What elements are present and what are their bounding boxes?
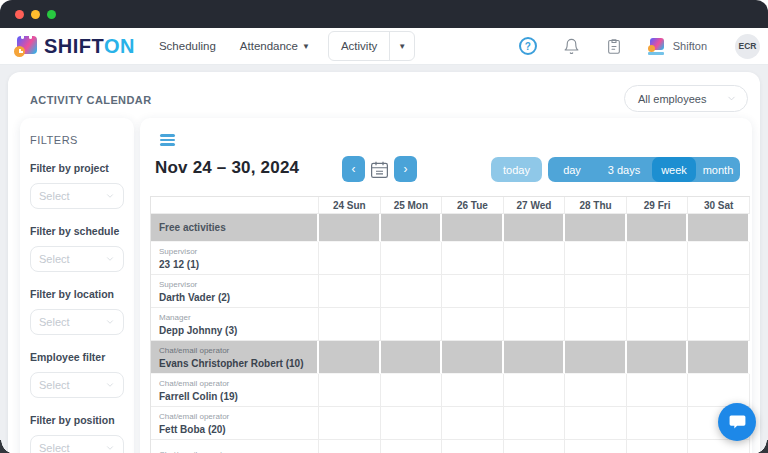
view-day-button[interactable]: day <box>548 157 596 182</box>
schedule-cell-r7-d7[interactable] <box>688 440 750 453</box>
chevron-down-icon: ▼ <box>398 42 406 51</box>
schedule-cell-r3-d6[interactable] <box>627 308 689 341</box>
view-3days-button[interactable]: 3 days <box>596 157 652 182</box>
menu-icon[interactable] <box>160 134 175 148</box>
schedule-cell-r4-d4[interactable] <box>504 341 566 374</box>
chat-widget-button[interactable] <box>718 403 756 441</box>
next-week-button[interactable]: › <box>394 156 417 182</box>
schedule-cell-r4-d7[interactable] <box>688 341 750 374</box>
schedule-cell-r7-d2[interactable] <box>381 440 443 453</box>
schedule-cell-r2-d2[interactable] <box>381 275 443 308</box>
schedule-filter-select[interactable]: Select <box>30 246 124 272</box>
day-header-7[interactable]: 30 Sat <box>688 197 750 214</box>
schedule-cell-r3-d5[interactable] <box>565 308 627 341</box>
employee-row-label[interactable]: ManagerDepp Johnny (3) <box>151 308 319 341</box>
schedule-cell-r5-d4[interactable] <box>504 374 566 407</box>
tasks-icon[interactable] <box>606 38 622 55</box>
schedule-cell-r1-d6[interactable] <box>627 242 689 275</box>
schedule-cell-r1-d3[interactable] <box>442 242 504 275</box>
schedule-cell-r2-d6[interactable] <box>627 275 689 308</box>
schedule-cell-r1-d7[interactable] <box>688 242 750 275</box>
day-header-1[interactable]: 24 Sun <box>319 197 381 214</box>
nav-item-attendance[interactable]: Attendance ▼ <box>240 40 310 52</box>
view-month-button[interactable]: month <box>696 157 740 182</box>
schedule-cell-r3-d7[interactable] <box>688 308 750 341</box>
shifton-logo[interactable]: SHIFTON <box>14 35 135 58</box>
schedule-cell-r4-d5[interactable] <box>565 341 627 374</box>
schedule-cell-r7-d1[interactable] <box>319 440 381 453</box>
schedule-cell-r5-d2[interactable] <box>381 374 443 407</box>
free-activities-cell-6[interactable] <box>627 214 689 242</box>
schedule-cell-r2-d7[interactable] <box>688 275 750 308</box>
schedule-cell-r5-d1[interactable] <box>319 374 381 407</box>
schedule-cell-r6-d5[interactable] <box>565 407 627 440</box>
schedule-cell-r2-d3[interactable] <box>442 275 504 308</box>
schedule-cell-r1-d5[interactable] <box>565 242 627 275</box>
schedule-cell-r6-d6[interactable] <box>627 407 689 440</box>
schedule-cell-r2-d5[interactable] <box>565 275 627 308</box>
free-activities-cell-5[interactable] <box>565 214 627 242</box>
schedule-cell-r5-d6[interactable] <box>627 374 689 407</box>
view-week-button[interactable]: week <box>652 157 696 182</box>
bell-icon[interactable] <box>563 38 580 55</box>
schedule-cell-r5-d5[interactable] <box>565 374 627 407</box>
free-activities-cell-2[interactable] <box>381 214 443 242</box>
schedule-cell-r2-d4[interactable] <box>504 275 566 308</box>
help-icon[interactable]: ? <box>519 37 537 55</box>
nav-activity-label[interactable]: Activity <box>329 32 389 60</box>
schedule-cell-r3-d2[interactable] <box>381 308 443 341</box>
zoom-window-button[interactable] <box>47 10 56 19</box>
location-filter-select[interactable]: Select <box>30 309 124 335</box>
schedule-cell-r4-d3[interactable] <box>442 341 504 374</box>
schedule-cell-r1-d2[interactable] <box>381 242 443 275</box>
calendar-picker-icon[interactable] <box>369 159 390 180</box>
schedule-cell-r2-d1[interactable] <box>319 275 381 308</box>
nav-activity-caret[interactable]: ▼ <box>389 32 414 60</box>
employee-row-label[interactable]: Chat/email operatorFarrell Colin (19) <box>151 374 319 407</box>
schedule-cell-r4-d1[interactable] <box>319 341 381 374</box>
close-window-button[interactable] <box>15 10 24 19</box>
schedule-cell-r7-d4[interactable] <box>504 440 566 453</box>
schedule-cell-r3-d4[interactable] <box>504 308 566 341</box>
schedule-cell-r7-d5[interactable] <box>565 440 627 453</box>
free-activities-cell-7[interactable] <box>688 214 750 242</box>
schedule-cell-r7-d6[interactable] <box>627 440 689 453</box>
employee-row-label[interactable]: Chat/email operator <box>151 440 319 453</box>
employee-row-label[interactable]: SupervisorDarth Vader (2) <box>151 275 319 308</box>
today-button[interactable]: today <box>491 157 542 182</box>
employee-row-label[interactable]: Chat/email operatorFett Boba (20) <box>151 407 319 440</box>
prev-week-button[interactable]: ‹ <box>342 156 365 182</box>
schedule-cell-r5-d7[interactable] <box>688 374 750 407</box>
employee-filter-select[interactable]: Select <box>30 372 124 398</box>
position-filter-select[interactable]: Select <box>30 435 124 453</box>
schedule-cell-r3-d3[interactable] <box>442 308 504 341</box>
employee-row-label[interactable]: Chat/email operatorEvans Christopher Rob… <box>151 341 319 374</box>
schedule-cell-r1-d4[interactable] <box>504 242 566 275</box>
day-header-6[interactable]: 29 Fri <box>627 197 689 214</box>
schedule-cell-r1-d1[interactable] <box>319 242 381 275</box>
free-activities-cell-3[interactable] <box>442 214 504 242</box>
nav-item-scheduling[interactable]: Scheduling <box>159 40 216 52</box>
schedule-cell-r4-d2[interactable] <box>381 341 443 374</box>
schedule-cell-r6-d1[interactable] <box>319 407 381 440</box>
schedule-cell-r4-d6[interactable] <box>627 341 689 374</box>
project-filter-select[interactable]: Select <box>30 183 124 209</box>
day-header-5[interactable]: 28 Thu <box>565 197 627 214</box>
minimize-window-button[interactable] <box>31 10 40 19</box>
all-employees-select[interactable]: All employees <box>624 85 748 112</box>
free-activities-cell-1[interactable] <box>319 214 381 242</box>
free-activities-row-label[interactable]: Free activities <box>151 214 319 242</box>
employee-row-label[interactable]: Supervisor23 12 (1) <box>151 242 319 275</box>
schedule-cell-r5-d3[interactable] <box>442 374 504 407</box>
day-header-2[interactable]: 25 Mon <box>381 197 443 214</box>
user-avatar[interactable]: ECR <box>735 34 760 59</box>
schedule-cell-r6-d4[interactable] <box>504 407 566 440</box>
day-header-3[interactable]: 26 Tue <box>442 197 504 214</box>
day-header-4[interactable]: 27 Wed <box>504 197 566 214</box>
free-activities-cell-4[interactable] <box>504 214 566 242</box>
schedule-cell-r7-d3[interactable] <box>442 440 504 453</box>
schedule-cell-r3-d1[interactable] <box>319 308 381 341</box>
schedule-cell-r6-d3[interactable] <box>442 407 504 440</box>
company-profile[interactable]: Shifton <box>648 38 707 55</box>
schedule-cell-r6-d2[interactable] <box>381 407 443 440</box>
